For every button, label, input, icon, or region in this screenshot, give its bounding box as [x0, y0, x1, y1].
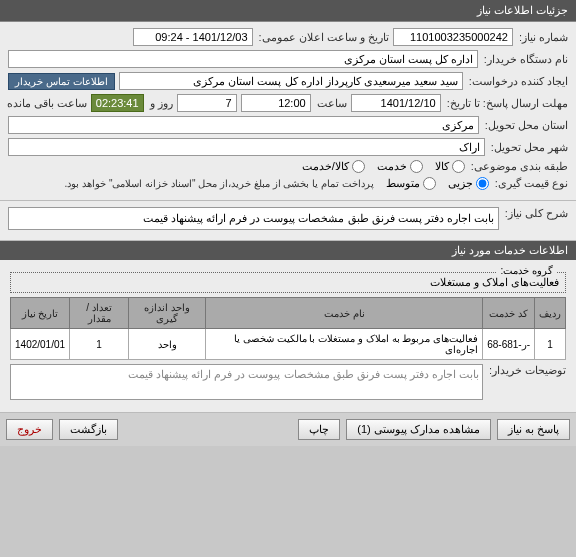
province-label: استان محل تحویل:	[483, 119, 568, 132]
time-word-1: ساعت	[315, 97, 347, 110]
radio-partial-label: جزیی	[448, 177, 473, 190]
city-label: شهر محل تحویل:	[489, 141, 568, 154]
radio-goods[interactable]	[452, 160, 465, 173]
cell-code: -ر-681-68	[483, 329, 535, 360]
announce-input[interactable]	[133, 28, 253, 46]
panel-title: جزئیات اطلاعات نیاز	[477, 4, 568, 16]
buyer-notes-textarea[interactable]	[10, 364, 483, 400]
req-no-input[interactable]	[393, 28, 513, 46]
cell-qty: 1	[70, 329, 129, 360]
buyer-input[interactable]	[8, 50, 478, 68]
general-desc-label: شرح کلی نیاز:	[503, 207, 568, 220]
deadline-time-input[interactable]	[241, 94, 311, 112]
radio-medium[interactable]	[423, 177, 436, 190]
remain-time-badge: 02:23:41	[91, 94, 144, 112]
panel-header: جزئیات اطلاعات نیاز	[0, 0, 576, 22]
radio-service[interactable]	[410, 160, 423, 173]
services-section-bar: اطلاعات خدمات مورد نیاز	[0, 241, 576, 260]
th-code: کد خدمت	[483, 298, 535, 329]
group-text: فعالیت‌های املاک و مستغلات	[430, 276, 559, 288]
buyer-label: نام دستگاه خریدار:	[482, 53, 568, 66]
city-input[interactable]	[8, 138, 485, 156]
contact-buyer-button[interactable]: اطلاعات تماس خریدار	[8, 73, 115, 90]
exit-button[interactable]: خروج	[6, 419, 53, 440]
radio-partial[interactable]	[476, 177, 489, 190]
remain-suffix: ساعت باقی مانده	[5, 97, 87, 110]
th-date: تاریخ نیاز	[11, 298, 70, 329]
desc-area: شرح کلی نیاز: بابت اجاره دفتر پست فرنق ط…	[0, 201, 576, 241]
services-table: ردیف کد خدمت نام خدمت واحد اندازه گیری ت…	[10, 297, 566, 360]
print-button[interactable]: چاپ	[298, 419, 340, 440]
footer-bar: پاسخ به نیاز مشاهده مدارک پیوستی (1) چاپ…	[0, 413, 576, 446]
th-unit: واحد اندازه گیری	[129, 298, 206, 329]
service-group-box: گروه خدمت: فعالیت‌های املاک و مستغلات	[10, 272, 566, 293]
general-desc-box: بابت اجاره دفتر پست فرنق طبق مشخصات پیوس…	[8, 207, 499, 230]
province-input[interactable]	[8, 116, 479, 134]
deadline-date-input[interactable]	[351, 94, 441, 112]
creator-input[interactable]	[119, 72, 463, 90]
price-type-label: نوع قیمت گیری:	[493, 177, 568, 190]
buyer-notes-label: توضیحات خریدار:	[487, 364, 566, 377]
cell-unit: واحد	[129, 329, 206, 360]
form-area: شماره نیاز: تاریخ و ساعت اعلان عمومی: نا…	[0, 22, 576, 201]
day-and-label: روز و	[148, 97, 173, 110]
services-area: گروه خدمت: فعالیت‌های املاک و مستغلات رد…	[0, 260, 576, 413]
radio-medium-label: متوسط	[386, 177, 420, 190]
radio-goods-label: کالا	[435, 160, 449, 173]
th-qty: تعداد / مقدار	[70, 298, 129, 329]
attachments-button[interactable]: مشاهده مدارک پیوستی (1)	[346, 419, 491, 440]
cell-row: 1	[535, 329, 566, 360]
days-input[interactable]	[177, 94, 237, 112]
reply-button[interactable]: پاسخ به نیاز	[497, 419, 570, 440]
table-row[interactable]: 1 -ر-681-68 فعالیت‌های مربوط به املاک و …	[11, 329, 566, 360]
req-no-label: شماره نیاز:	[517, 31, 568, 44]
group-title-label: گروه خدمت:	[496, 265, 557, 276]
class-label: طبقه بندی موضوعی:	[469, 160, 568, 173]
radio-both[interactable]	[352, 160, 365, 173]
back-button[interactable]: بازگشت	[59, 419, 118, 440]
radio-service-label: خدمت	[377, 160, 407, 173]
deadline-label: مهلت ارسال پاسخ: تا تاریخ:	[445, 97, 568, 110]
creator-label: ایجاد کننده درخواست:	[467, 75, 568, 88]
radio-both-label: کالا/خدمت	[302, 160, 349, 173]
th-name: نام خدمت	[206, 298, 483, 329]
cell-date: 1402/01/01	[11, 329, 70, 360]
announce-label: تاریخ و ساعت اعلان عمومی:	[257, 31, 389, 44]
price-note: پرداخت تمام یا بخشی از مبلغ خرید،از محل …	[63, 178, 374, 189]
th-row: ردیف	[535, 298, 566, 329]
cell-name: فعالیت‌های مربوط به املاک و مستغلات با م…	[206, 329, 483, 360]
